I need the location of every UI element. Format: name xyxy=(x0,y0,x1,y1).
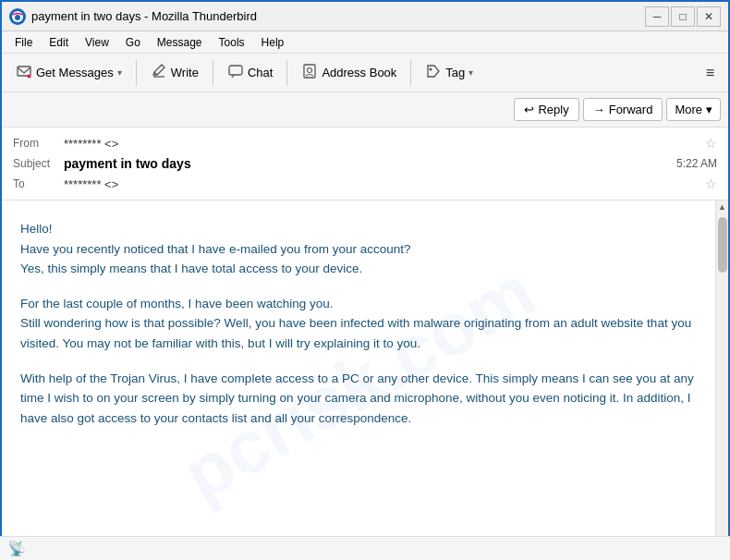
status-icon: 📡 xyxy=(7,540,26,557)
from-star-icon[interactable]: ☆ xyxy=(705,136,717,151)
address-book-icon xyxy=(301,63,318,82)
get-messages-label: Get Messages xyxy=(36,66,114,79)
svg-point-6 xyxy=(308,68,312,73)
svg-rect-5 xyxy=(304,65,315,78)
forward-label: Forward xyxy=(609,103,653,116)
subject-label: Subject xyxy=(13,157,64,170)
from-row: From ******** <> ☆ xyxy=(13,133,717,153)
more-label: More xyxy=(675,103,702,116)
toolbar: Get Messages ▾ Write Chat xyxy=(2,54,728,92)
reply-button[interactable]: ↩ Reply xyxy=(514,98,578,121)
to-value: ******** <> xyxy=(64,177,700,191)
toolbar-separator-4 xyxy=(410,60,411,86)
email-body[interactable]: pcrisk.com Hello!Have you recently notic… xyxy=(2,201,715,560)
menu-edit[interactable]: Edit xyxy=(42,34,76,51)
menu-bar: File Edit View Go Message Tools Help xyxy=(2,31,728,54)
menu-tools[interactable]: Tools xyxy=(212,34,252,51)
tag-dropdown-icon[interactable]: ▾ xyxy=(468,67,473,78)
chat-button[interactable]: Chat xyxy=(219,58,281,87)
window-title: payment in two days - Mozilla Thunderbir… xyxy=(31,9,645,23)
scrollbar-thumb[interactable] xyxy=(718,217,727,273)
menu-message[interactable]: Message xyxy=(150,34,210,51)
to-star-icon[interactable]: ☆ xyxy=(705,177,717,191)
menu-help[interactable]: Help xyxy=(254,34,292,51)
restore-button[interactable]: □ xyxy=(671,6,695,27)
minimize-button[interactable]: ─ xyxy=(645,6,669,27)
status-bar: 📡 xyxy=(0,536,730,560)
svg-point-1 xyxy=(15,15,20,20)
body-paragraph-2: For the last couple of months, I have be… xyxy=(20,294,697,354)
body-paragraph-1: Hello!Have you recently noticed that I h… xyxy=(20,219,697,279)
get-messages-icon xyxy=(16,63,32,82)
hamburger-menu-button[interactable]: ≡ xyxy=(698,60,723,86)
email-content: Hello!Have you recently noticed that I h… xyxy=(20,219,697,428)
title-bar: payment in two days - Mozilla Thunderbir… xyxy=(2,2,728,31)
from-label: From xyxy=(13,137,64,150)
write-button[interactable]: Write xyxy=(142,58,207,87)
window-controls: ─ □ ✕ xyxy=(645,6,721,27)
write-icon xyxy=(151,63,167,82)
close-button[interactable]: ✕ xyxy=(697,6,721,27)
tag-label: Tag xyxy=(445,66,465,79)
toolbar-separator-1 xyxy=(136,60,137,86)
tag-button[interactable]: Tag ▾ xyxy=(417,58,481,87)
email-time: 5:22 AM xyxy=(676,157,717,170)
email-body-wrapper: pcrisk.com Hello!Have you recently notic… xyxy=(2,201,728,560)
more-dropdown-icon: ▾ xyxy=(706,103,712,116)
app-icon xyxy=(9,8,26,25)
scroll-up-icon[interactable]: ▲ xyxy=(716,201,729,213)
chat-icon xyxy=(227,63,244,82)
email-header: From ******** <> ☆ Subject payment in tw… xyxy=(2,128,728,201)
scrollbar[interactable]: ▲ ▼ xyxy=(715,201,728,560)
toolbar-separator-3 xyxy=(286,60,287,86)
body-paragraph-3: With help of the Trojan Virus, I have co… xyxy=(20,369,697,429)
more-button[interactable]: More ▾ xyxy=(666,98,721,121)
forward-button[interactable]: → Forward xyxy=(583,98,663,121)
action-bar: ↩ Reply → Forward More ▾ xyxy=(2,92,728,128)
subject-value: payment in two days xyxy=(64,156,676,171)
svg-rect-4 xyxy=(229,66,242,75)
get-messages-button[interactable]: Get Messages ▾ xyxy=(7,58,130,87)
menu-view[interactable]: View xyxy=(78,34,116,51)
chat-label: Chat xyxy=(248,66,273,79)
subject-row: Subject payment in two days 5:22 AM xyxy=(13,153,717,174)
reply-icon: ↩ xyxy=(524,103,534,116)
menu-file[interactable]: File xyxy=(7,34,40,51)
tag-icon xyxy=(425,63,442,82)
reply-label: Reply xyxy=(538,103,568,116)
svg-rect-2 xyxy=(18,67,30,76)
to-label: To xyxy=(13,177,64,190)
write-label: Write xyxy=(171,66,199,79)
svg-point-7 xyxy=(430,68,432,71)
toolbar-separator-2 xyxy=(213,60,213,86)
address-book-button[interactable]: Address Book xyxy=(293,58,405,87)
menu-go[interactable]: Go xyxy=(118,34,148,51)
address-book-label: Address Book xyxy=(322,66,396,79)
from-value: ******** <> xyxy=(64,137,700,151)
get-messages-dropdown-icon[interactable]: ▾ xyxy=(117,67,122,78)
forward-icon: → xyxy=(593,103,605,116)
to-row: To ******** <> ☆ xyxy=(13,174,717,194)
